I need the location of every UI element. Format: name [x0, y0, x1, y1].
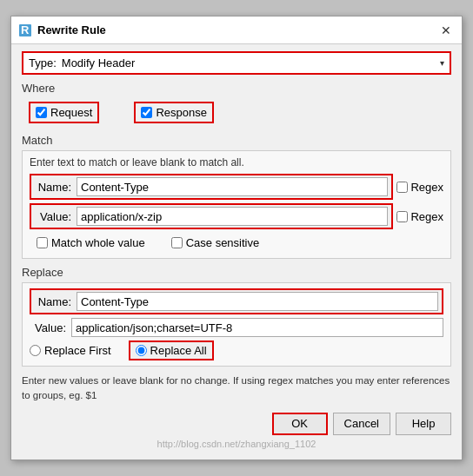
rewrite-rule-dialog: R Rewrite Rule ✕ Type: Modify Header ▾ W… — [10, 16, 463, 459]
case-sensitive-checkbox[interactable] — [171, 237, 183, 248]
match-name-regex-checkbox[interactable] — [396, 182, 408, 193]
title-bar: R Rewrite Rule ✕ — [11, 17, 462, 44]
ok-button[interactable]: OK — [272, 413, 328, 435]
replace-section: Replace Name: Value: Replace First — [22, 266, 451, 367]
match-whole-item: Match whole value — [37, 236, 145, 249]
match-value-input[interactable] — [77, 207, 388, 226]
replace-first-label: Replace First — [44, 344, 111, 357]
replace-radio-row: Replace First Replace All — [30, 340, 443, 360]
match-name-regex: Regex — [396, 181, 443, 194]
type-label: Type: — [29, 56, 57, 69]
dialog-title: Rewrite Rule — [37, 23, 106, 36]
request-checkbox-group: Request — [29, 102, 99, 123]
request-label: Request — [50, 106, 92, 119]
match-name-label: Name: — [35, 181, 71, 194]
match-hint: Enter text to match or leave blank to ma… — [30, 156, 443, 169]
close-button[interactable]: ✕ — [437, 22, 455, 39]
replace-name-input[interactable] — [77, 292, 438, 311]
button-row: OK Cancel Help — [22, 409, 451, 437]
replace-value-input[interactable] — [71, 318, 443, 337]
case-sensitive-label: Case sensitive — [186, 236, 260, 249]
replace-section-box: Name: Value: Replace First Re — [22, 282, 451, 367]
case-sensitive-item: Case sensitive — [171, 236, 260, 249]
dialog-icon: R — [18, 23, 32, 37]
match-value-regex: Regex — [396, 210, 443, 223]
replace-value-row: Value: — [30, 318, 443, 337]
replace-title: Replace — [22, 266, 451, 279]
match-value-label: Value: — [35, 210, 71, 223]
match-value-row: Value: Regex — [30, 203, 443, 229]
type-row: Type: Modify Header ▾ — [22, 51, 451, 75]
match-options-row: Match whole value Case sensitive — [30, 233, 443, 253]
match-name-input[interactable] — [77, 177, 388, 196]
response-label: Response — [156, 106, 207, 119]
match-value-regex-checkbox[interactable] — [396, 211, 408, 222]
help-button[interactable]: Help — [396, 413, 451, 435]
type-value: Modify Header — [62, 56, 136, 69]
match-name-row: Name: Regex — [30, 174, 443, 200]
match-whole-label: Match whole value — [51, 236, 145, 249]
request-checkbox[interactable] — [36, 107, 47, 118]
title-bar-left: R Rewrite Rule — [18, 23, 106, 37]
match-section-box: Enter text to match or leave blank to ma… — [22, 150, 451, 259]
cancel-button[interactable]: Cancel — [333, 413, 390, 435]
replace-hint: Enter new values or leave blank for no c… — [22, 374, 451, 401]
replace-value-label: Value: — [30, 321, 66, 334]
response-checkbox[interactable] — [141, 107, 152, 118]
where-title: Where — [22, 82, 451, 95]
response-checkbox-group: Response — [134, 102, 214, 123]
where-row: Request Response — [22, 98, 451, 127]
replace-name-row: Name: — [30, 288, 443, 314]
svg-text:R: R — [21, 23, 30, 36]
replace-first-radio[interactable] — [30, 345, 41, 356]
type-select-wrapper: Modify Header ▾ — [62, 56, 444, 69]
replace-all-highlighted: Replace All — [129, 340, 214, 360]
dialog-content: Type: Modify Header ▾ Where Request Resp… — [11, 44, 462, 459]
replace-first-item: Replace First — [30, 344, 111, 357]
watermark: http://blog.csdn.net/zhangxiang_1102 — [22, 437, 451, 451]
match-section: Match Enter text to match or leave blank… — [22, 134, 451, 259]
match-name-regex-label: Regex — [410, 181, 443, 194]
where-section: Where Request Response — [22, 82, 451, 127]
match-whole-checkbox[interactable] — [37, 237, 48, 248]
chevron-down-icon: ▾ — [440, 58, 444, 68]
match-title: Match — [22, 134, 451, 147]
match-value-highlighted: Value: — [30, 203, 393, 229]
match-name-highlighted: Name: — [30, 174, 393, 200]
match-value-regex-label: Regex — [410, 210, 443, 223]
replace-all-radio[interactable] — [136, 345, 147, 356]
replace-name-label: Name: — [35, 295, 71, 308]
replace-all-label: Replace All — [150, 344, 207, 357]
